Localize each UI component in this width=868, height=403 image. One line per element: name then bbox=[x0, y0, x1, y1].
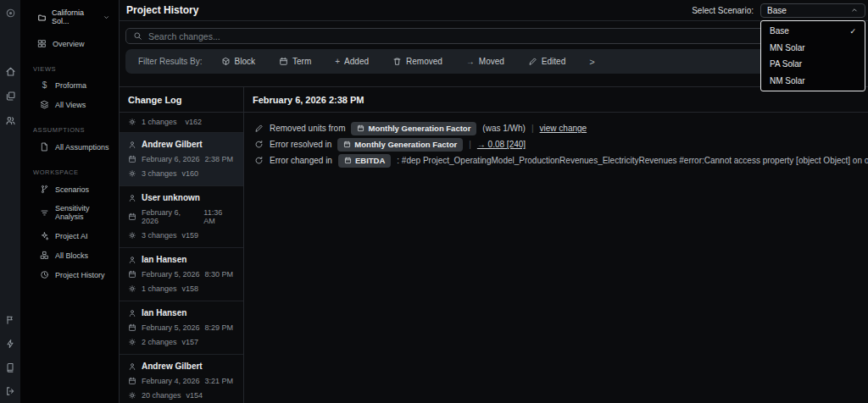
filter-label: Block bbox=[235, 57, 255, 66]
scenario-option-label: PA Solar bbox=[770, 59, 802, 69]
version-label: v154 bbox=[186, 391, 203, 400]
grid-icon bbox=[37, 39, 47, 48]
scenario-option-base[interactable]: Base ✓ bbox=[761, 23, 865, 40]
version-label: v158 bbox=[182, 284, 199, 293]
filter-label: Term bbox=[292, 57, 311, 66]
entry-time: 8:30 PM bbox=[205, 270, 234, 279]
home-icon[interactable] bbox=[5, 66, 16, 77]
section-label-assumptions: ASSUMPTIONS bbox=[20, 114, 119, 137]
scenario-option-label: Base bbox=[770, 26, 789, 36]
filter-added[interactable]: + Added bbox=[335, 57, 369, 66]
sidebar-item-sensitivity-analysis[interactable]: Sensitivity Analysis bbox=[20, 199, 119, 226]
scenario-option-label: MN Solar bbox=[770, 43, 805, 52]
sidebar-item-label: Project History bbox=[55, 271, 105, 279]
block-chip[interactable]: EBITDA bbox=[338, 154, 391, 168]
change-log-entry[interactable]: Andrew Gilbert February 4, 20263:21 PM 2… bbox=[120, 355, 243, 403]
person-icon bbox=[128, 141, 136, 149]
logout-icon[interactable] bbox=[5, 386, 15, 396]
change-log-entry[interactable]: Ian Hansen February 5, 20268:30 PM 1 cha… bbox=[120, 248, 243, 301]
changes-count: 20 changes bbox=[142, 391, 181, 400]
trash-icon bbox=[392, 57, 402, 66]
change-log-entry[interactable]: Andrew Gilbert February 6, 20262:38 PM 3… bbox=[120, 133, 243, 186]
filter-term[interactable]: Term bbox=[279, 57, 311, 66]
change-detail-panel: February 6, 2026 2:38 PM Removed units f… bbox=[244, 87, 868, 403]
sidebar-item-scenarios[interactable]: Scenarios bbox=[20, 179, 119, 199]
document-icon bbox=[40, 142, 49, 152]
scenario-menu: Base ✓ MN Solar PA Solar NM Solar bbox=[760, 20, 865, 91]
sidebar-item-label: Overview bbox=[53, 40, 85, 48]
sidebar-item-all-blocks[interactable]: All Blocks bbox=[20, 246, 119, 265]
change-log-entry[interactable]: Ian Hansen February 5, 20268:29 PM 2 cha… bbox=[120, 301, 243, 355]
filter-block[interactable]: Block bbox=[221, 57, 255, 66]
entry-date: February 4, 2026 bbox=[142, 377, 200, 385]
projects-icon[interactable] bbox=[5, 91, 16, 102]
top-bar: Project History Select Scenario: Base bbox=[120, 0, 868, 21]
version-label: v160 bbox=[182, 169, 199, 178]
change-log-entry-partial[interactable]: 1 changes v162 bbox=[120, 113, 243, 133]
filter-moved[interactable]: → Moved bbox=[466, 57, 504, 66]
feedback-flag-icon[interactable] bbox=[5, 315, 15, 325]
sidebar-item-all-views[interactable]: All Views bbox=[20, 95, 119, 114]
chevron-down-icon bbox=[103, 14, 110, 21]
filter-label: Removed bbox=[406, 57, 442, 66]
change-description: Error resolved in bbox=[270, 140, 331, 149]
sidebar-item-label: All Blocks bbox=[55, 251, 88, 260]
commit-icon bbox=[128, 391, 136, 400]
pencil-icon bbox=[528, 57, 537, 66]
entry-date: February 5, 2026 bbox=[142, 270, 200, 279]
filter-label: Moved bbox=[479, 57, 504, 66]
commit-icon bbox=[128, 338, 136, 346]
block-chip[interactable]: Monthly Generation Factor bbox=[351, 122, 476, 135]
scenario-dropdown-button[interactable]: Base bbox=[760, 3, 865, 18]
filter-edited[interactable]: Edited bbox=[528, 57, 565, 66]
sidebar-item-project-history[interactable]: Project History bbox=[20, 265, 119, 284]
change-description: Error changed in bbox=[270, 156, 332, 165]
project-selector[interactable]: California Sol... bbox=[20, 0, 119, 25]
calendar-icon bbox=[128, 270, 136, 279]
filter-label: Edited bbox=[542, 57, 565, 66]
pencil-icon bbox=[254, 124, 264, 133]
change-row: Error changed in EBITDA : #dep Project_O… bbox=[244, 152, 868, 168]
entry-time: 2:38 PM bbox=[205, 155, 234, 163]
entry-date: February 6, 2026 bbox=[142, 155, 200, 163]
sidebar-item-project-ai[interactable]: Project AI bbox=[20, 226, 119, 246]
entry-date: February 5, 2026 bbox=[142, 323, 200, 332]
block-chip[interactable]: Monthly Generation Factor bbox=[337, 138, 463, 152]
block-chip-label: Monthly Generation Factor bbox=[354, 140, 457, 149]
activity-zap-icon[interactable] bbox=[5, 339, 15, 349]
scenario-option-pa-solar[interactable]: PA Solar bbox=[761, 56, 865, 73]
change-log-panel: Change Log 1 changes v162 Andrew Gilbert… bbox=[120, 87, 244, 403]
users-icon[interactable] bbox=[5, 115, 16, 126]
change-description: Removed units from bbox=[270, 124, 345, 133]
commit-icon bbox=[128, 284, 136, 293]
sidebar-item-all-assumptions[interactable]: All Assumptions bbox=[20, 137, 119, 157]
change-log-entry[interactable]: User unknown February 6, 202611:36 AM 3 … bbox=[120, 186, 243, 248]
sidebar-item-proforma[interactable]: $ Proforma bbox=[20, 76, 119, 95]
project-name: California Sol... bbox=[52, 8, 97, 25]
error-message: : #dep Project_OperatingModel_Production… bbox=[397, 156, 868, 165]
scenario-option-nm-solar[interactable]: NM Solar bbox=[761, 73, 865, 90]
person-icon bbox=[128, 362, 136, 371]
value-change-link[interactable]: → 0.08 [240] bbox=[477, 140, 526, 149]
scenario-option-mn-solar[interactable]: MN Solar bbox=[761, 40, 865, 57]
version-label: v162 bbox=[186, 118, 203, 126]
search-input[interactable] bbox=[148, 31, 854, 41]
changes-count: 3 changes bbox=[142, 169, 177, 178]
commit-icon bbox=[128, 169, 136, 178]
chevron-right-icon[interactable]: > bbox=[589, 57, 594, 67]
section-label-workspace: WORKSPACE bbox=[20, 157, 119, 179]
sidebar-item-overview[interactable]: Overview bbox=[20, 34, 119, 53]
filter-removed[interactable]: Removed bbox=[392, 57, 442, 66]
dollar-icon: $ bbox=[40, 81, 49, 90]
entry-time: 8:29 PM bbox=[205, 323, 234, 332]
search-bar[interactable] bbox=[125, 28, 861, 44]
block-icon bbox=[221, 57, 231, 66]
commit-icon bbox=[128, 118, 136, 126]
calendar-icon bbox=[279, 57, 288, 66]
docs-book-icon[interactable] bbox=[5, 362, 15, 373]
view-change-link[interactable]: view change bbox=[540, 124, 587, 133]
chevron-up-icon bbox=[850, 6, 859, 14]
stack-icon bbox=[40, 100, 49, 109]
changes-count: 2 changes bbox=[142, 338, 177, 346]
block-chip-label: EBITDA bbox=[355, 156, 385, 165]
